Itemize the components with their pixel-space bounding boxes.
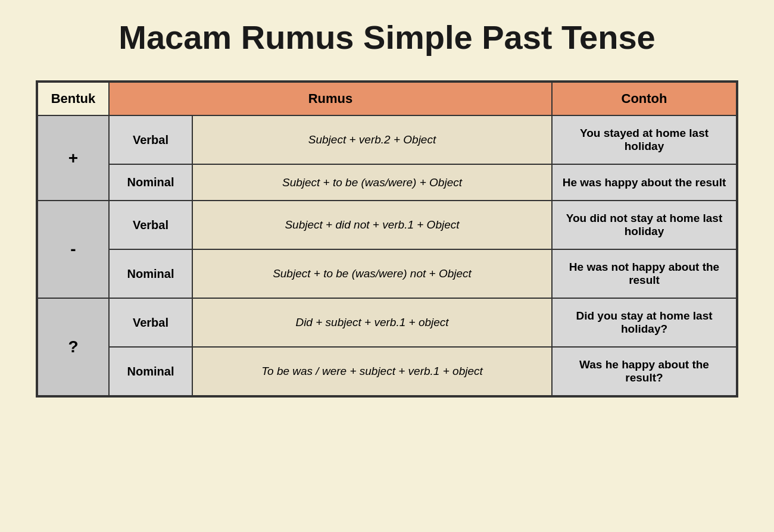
table-row: - Verbal Subject + did not + verb.1 + Ob…	[38, 201, 736, 249]
table-row: Nominal Subject + to be (was/were) + Obj…	[38, 164, 736, 201]
formula-verbal-minus: Subject + did not + verb.1 + Object	[192, 201, 552, 249]
table-row: Nominal Subject + to be (was/were) not +…	[38, 249, 736, 298]
type-nominal-question: Nominal	[109, 347, 192, 396]
header-rumus: Rumus	[109, 82, 552, 115]
table-row: ? Verbal Did + subject + verb.1 + object…	[38, 298, 736, 347]
bentuk-plus: +	[38, 115, 109, 201]
main-table-wrapper: Bentuk Rumus Contoh + Verbal Subject + v…	[36, 80, 738, 398]
table-header-row: Bentuk Rumus Contoh	[38, 82, 736, 115]
example-nominal-plus: He was happy about the result	[552, 164, 736, 201]
formula-nominal-minus: Subject + to be (was/were) not + Object	[192, 249, 552, 298]
example-nominal-question: Was he happy about the result?	[552, 347, 736, 396]
type-verbal-question: Verbal	[109, 298, 192, 347]
example-verbal-question: Did you stay at home last holiday?	[552, 298, 736, 347]
grammar-table: Bentuk Rumus Contoh + Verbal Subject + v…	[37, 82, 737, 396]
formula-verbal-plus: Subject + verb.2 + Object	[192, 115, 552, 164]
type-nominal-minus: Nominal	[109, 249, 192, 298]
header-contoh: Contoh	[552, 82, 736, 115]
header-bentuk: Bentuk	[38, 82, 109, 115]
formula-verbal-question: Did + subject + verb.1 + object	[192, 298, 552, 347]
example-nominal-minus: He was not happy about the result	[552, 249, 736, 298]
example-verbal-plus: You stayed at home last holiday	[552, 115, 736, 164]
page-title: Macam Rumus Simple Past Tense	[36, 18, 738, 57]
type-verbal-plus: Verbal	[109, 115, 192, 164]
example-verbal-minus: You did not stay at home last holiday	[552, 201, 736, 249]
type-verbal-minus: Verbal	[109, 201, 192, 249]
formula-nominal-plus: Subject + to be (was/were) + Object	[192, 164, 552, 201]
formula-nominal-question: To be was / were + subject + verb.1 + ob…	[192, 347, 552, 396]
table-row: Nominal To be was / were + subject + ver…	[38, 347, 736, 396]
bentuk-minus: -	[38, 201, 109, 298]
bentuk-question: ?	[38, 298, 109, 396]
table-row: + Verbal Subject + verb.2 + Object You s…	[38, 115, 736, 164]
type-nominal-plus: Nominal	[109, 164, 192, 201]
